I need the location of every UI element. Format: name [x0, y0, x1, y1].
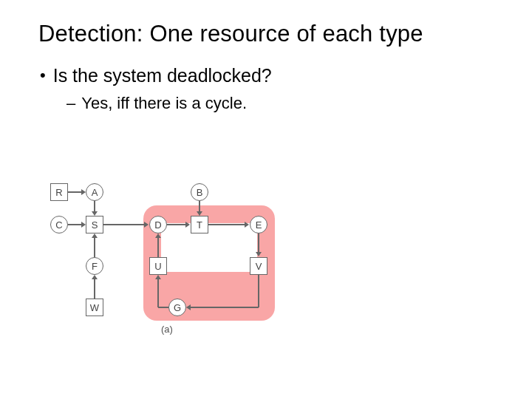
arrowhead-icon	[245, 222, 249, 228]
process-B: B	[191, 183, 208, 201]
resource-U: U	[149, 257, 167, 275]
bullet-level-1: • Is the system deadlocked?	[40, 65, 502, 86]
edge-F-S	[94, 238, 95, 257]
resource-V: V	[250, 257, 267, 275]
arrowhead-icon	[256, 252, 262, 256]
bullet-2-text: Yes, iff there is a cycle.	[81, 94, 247, 113]
process-E: E	[250, 216, 267, 233]
arrowhead-icon	[81, 189, 86, 195]
resource-allocation-graph: R A B C S D T E F U V W G (a)	[50, 183, 294, 346]
resource-S: S	[86, 216, 103, 233]
process-A: A	[86, 183, 103, 201]
resource-T: T	[191, 216, 208, 233]
arrowhead-icon	[186, 304, 191, 310]
edge-G-U-h	[158, 307, 168, 308]
arrowhead-icon	[92, 275, 98, 279]
process-G: G	[168, 299, 186, 316]
process-C: C	[50, 216, 68, 233]
bullet-dot-icon: •	[40, 65, 46, 86]
edge-R-A	[68, 191, 82, 193]
slide-title: Detection: One resource of each type	[0, 0, 532, 47]
arrowhead-icon	[155, 233, 161, 238]
bullet-dash-icon: –	[66, 94, 75, 113]
edge-S-D	[103, 224, 145, 225]
edge-T-E	[208, 224, 245, 225]
edge-W-F	[94, 279, 95, 299]
edge-V-G-h	[191, 307, 259, 308]
process-D: D	[149, 216, 167, 233]
cycle-highlight-hole	[161, 223, 257, 272]
resource-W: W	[86, 299, 103, 316]
edge-B-T	[199, 201, 200, 212]
edge-G-U-v	[157, 279, 159, 307]
arrowhead-icon	[92, 211, 98, 216]
edge-C-S	[68, 224, 82, 225]
arrowhead-icon	[197, 211, 202, 216]
arrowhead-icon	[92, 233, 98, 238]
arrowhead-icon	[185, 222, 190, 228]
edge-E-V	[258, 233, 259, 253]
edge-D-T	[167, 224, 186, 225]
slide-body: • Is the system deadlocked? – Yes, iff t…	[0, 47, 532, 113]
bullet-1-text: Is the system deadlocked?	[53, 65, 272, 86]
arrowhead-icon	[155, 275, 161, 279]
edge-V-G	[258, 275, 259, 307]
edge-U-D	[157, 238, 159, 257]
resource-R: R	[50, 183, 68, 201]
bullet-level-2: – Yes, iff there is a cycle.	[66, 94, 502, 113]
process-F: F	[86, 257, 103, 275]
arrowhead-icon	[144, 222, 149, 228]
diagram-caption: (a)	[161, 324, 173, 335]
arrowhead-icon	[81, 222, 86, 228]
edge-A-S	[94, 201, 95, 212]
